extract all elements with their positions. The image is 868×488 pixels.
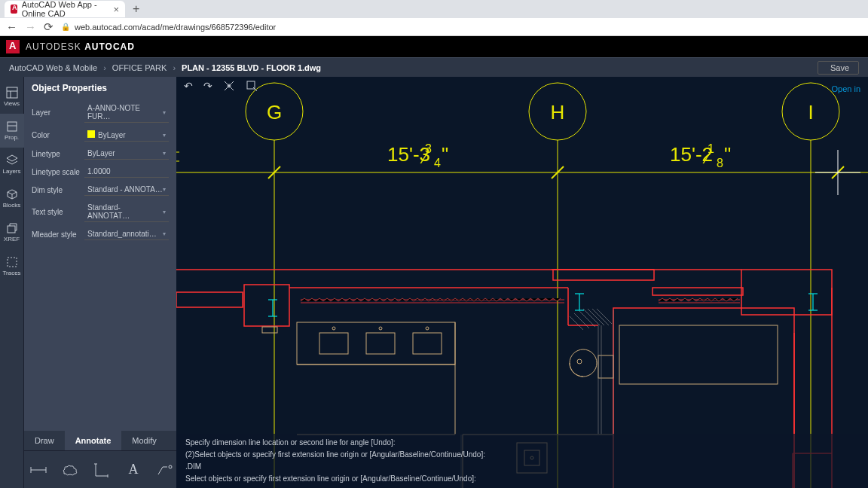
save-button[interactable]: Save <box>818 61 859 75</box>
layers-icon <box>6 154 18 166</box>
breadcrumb-folder[interactable]: OFFICE PARK <box>112 63 167 72</box>
text-icon[interactable]: A <box>125 462 142 478</box>
app-header: AUTODESK AUTOCAD <box>0 36 868 57</box>
chevron-down-icon: ▾ <box>163 186 166 193</box>
open-in-link[interactable]: Open in <box>831 84 860 93</box>
svg-point-71 <box>332 327 335 330</box>
layer-dropdown[interactable]: A-ANNO-NOTE FUR…▾ <box>84 102 169 123</box>
cad-drawing: G H I 15'-3 3 ⁄ 4 " 15'-2 1 ⁄ <box>176 77 868 488</box>
textstyle-dropdown[interactable]: Standard-ANNOTAT…▾ <box>84 202 169 222</box>
svg-line-92 <box>592 309 609 325</box>
svg-line-87 <box>570 316 583 330</box>
rail-layers[interactable]: Layers <box>0 148 24 181</box>
svg-text:8: 8 <box>717 157 723 169</box>
svg-text:": " <box>724 143 731 166</box>
close-tab-icon[interactable]: × <box>113 4 119 15</box>
reload-button[interactable]: ⟳ <box>44 20 53 34</box>
tab-bar: AutoCAD Web App - Online CAD × + <box>0 0 868 18</box>
panel-title: Object Properties <box>24 77 176 99</box>
prop-layer: Layer A-ANNO-NOTE FUR…▾ <box>24 99 176 126</box>
blocks-icon <box>6 188 18 200</box>
tab-title: AutoCAD Web App - Online CAD <box>22 0 109 18</box>
autocad-logo <box>6 40 20 53</box>
redo-icon[interactable]: ↷ <box>203 80 212 94</box>
tab-annotate[interactable]: Annotate <box>65 431 122 450</box>
svg-rect-77 <box>262 327 277 333</box>
drawing-canvas[interactable]: ↶ ↷ Open in G H I <box>176 77 868 488</box>
svg-rect-70 <box>413 333 442 354</box>
svg-point-15 <box>169 465 172 468</box>
svg-marker-5 <box>7 155 17 161</box>
traces-icon <box>6 256 18 268</box>
properties-icon <box>6 120 18 133</box>
chevron-right-icon: › <box>103 63 106 72</box>
breadcrumb-bar: AutoCAD Web & Mobile › OFFICE PARK › PLA… <box>0 57 868 77</box>
svg-rect-6 <box>8 226 15 233</box>
svg-rect-7 <box>8 258 17 267</box>
chevron-down-icon: ▾ <box>163 230 166 237</box>
svg-line-88 <box>574 313 589 328</box>
ltscale-input[interactable]: 1.0000 <box>84 166 169 178</box>
svg-text:": " <box>442 143 448 166</box>
mleader-dropdown[interactable]: Standard_annotati…▾ <box>84 228 169 240</box>
back-button[interactable]: ← <box>6 20 17 33</box>
browser-tab[interactable]: AutoCAD Web App - Online CAD × <box>5 1 125 17</box>
rail-blocks[interactable]: Blocks <box>0 181 24 215</box>
prop-ltscale: Linetype scale 1.0000 <box>24 163 176 181</box>
svg-text:G: G <box>267 101 282 124</box>
side-rail: Views Prop. Layers Blocks XREF Traces <box>0 77 24 488</box>
revision-cloud-icon[interactable] <box>62 462 78 478</box>
linetype-dropdown[interactable]: ByLayer▾ <box>84 148 169 160</box>
cmd-history-line: .DIM <box>185 461 859 473</box>
autocad-favicon <box>11 5 17 14</box>
properties-panel: Object Properties Layer A-ANNO-NOTE FUR…… <box>24 77 176 488</box>
svg-text:I: I <box>808 101 813 124</box>
svg-point-80 <box>577 359 582 364</box>
svg-rect-3 <box>8 122 17 131</box>
color-dropdown[interactable]: ByLayer▾ <box>84 129 169 142</box>
tab-modify[interactable]: Modify <box>121 431 167 450</box>
svg-rect-0 <box>7 87 17 98</box>
svg-point-73 <box>426 327 429 330</box>
rail-properties[interactable]: Prop. <box>0 114 24 148</box>
svg-rect-68 <box>319 333 348 354</box>
undo-icon[interactable]: ↶ <box>184 80 193 94</box>
color-swatch <box>87 130 95 138</box>
svg-text:H: H <box>551 101 565 124</box>
snap-icon[interactable] <box>223 80 235 94</box>
forward-button[interactable]: → <box>25 20 36 33</box>
svg-line-91 <box>588 309 604 325</box>
breadcrumb-file: PLAN - 12355 BLVD - FLOOR 1.dwg <box>182 63 321 72</box>
svg-rect-47 <box>244 285 289 326</box>
address-bar: ← → ⟳ 🔒 web.autocad.com/acad/me/drawings… <box>0 18 868 36</box>
svg-rect-78 <box>619 325 778 384</box>
new-tab-button[interactable]: + <box>133 2 139 16</box>
xref-icon <box>6 222 18 234</box>
cmd-prompt-line: Select objects or specify first extensio… <box>185 473 859 485</box>
rail-traces[interactable]: Traces <box>0 249 24 283</box>
aligned-dim-icon[interactable] <box>93 462 110 478</box>
linear-dim-icon[interactable] <box>30 462 47 478</box>
dimstyle-dropdown[interactable]: Standard - ANNOTA…▾ <box>84 184 169 196</box>
command-line[interactable]: Specify dimension line location or secon… <box>176 434 868 488</box>
cmd-history-line: (2)Select objects or specify first exten… <box>185 449 859 461</box>
tab-draw[interactable]: Draw <box>24 431 65 450</box>
breadcrumb-root[interactable]: AutoCAD Web & Mobile <box>9 63 97 72</box>
rail-views[interactable]: Views <box>0 80 24 114</box>
rail-xref[interactable]: XREF <box>0 215 24 249</box>
ribbon-tabs: Draw Annotate Modify <box>24 431 176 450</box>
prop-mleader: Mleader style Standard_annotati…▾ <box>24 225 176 243</box>
svg-point-72 <box>379 327 382 330</box>
chevron-right-icon: › <box>173 63 176 72</box>
select-icon[interactable] <box>246 80 258 94</box>
leader-icon[interactable] <box>157 462 173 478</box>
prop-dimstyle: Dim style Standard - ANNOTA…▾ <box>24 181 176 199</box>
canvas-toolbar: ↶ ↷ <box>184 80 258 94</box>
svg-rect-52 <box>553 270 654 280</box>
svg-rect-67 <box>297 322 455 364</box>
url-bar[interactable]: 🔒 web.autocad.com/acad/me/drawings/66857… <box>61 23 276 32</box>
lock-icon: 🔒 <box>61 23 70 31</box>
chevron-down-icon: ▾ <box>163 109 166 116</box>
svg-rect-86 <box>598 355 613 378</box>
tool-row: A <box>24 450 176 488</box>
